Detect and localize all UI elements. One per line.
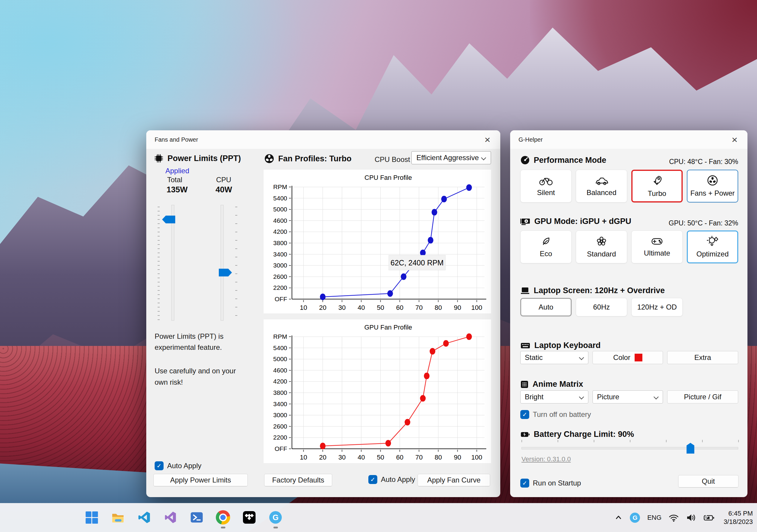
screen-button-auto[interactable]: Auto	[520, 298, 572, 316]
mode-button-balanced[interactable]: Balanced	[576, 170, 627, 203]
cpu-slider-track[interactable]	[221, 205, 224, 321]
anime-mode-select[interactable]: Picture	[592, 390, 663, 404]
laptop-screen-icon	[520, 287, 530, 295]
power-auto-apply-checkbox[interactable]: Auto Apply	[155, 461, 201, 470]
gpu-button-optimized[interactable]: Optimized	[687, 231, 738, 263]
gpu-button-eco[interactable]: Eco	[520, 231, 572, 263]
mode-button-turbo[interactable]: Turbo	[631, 170, 683, 203]
svg-text:5400: 5400	[273, 195, 287, 202]
svg-text:62C, 2400 RPM: 62C, 2400 RPM	[390, 259, 443, 267]
start-button[interactable]	[84, 509, 100, 525]
checkbox-check-icon	[520, 410, 529, 419]
keyboard-extra-button[interactable]: Extra	[667, 351, 738, 364]
battery-slider-ticks	[522, 440, 739, 442]
svg-text:70: 70	[415, 304, 422, 311]
svg-text:50: 50	[377, 454, 384, 461]
taskbar-tidal[interactable]	[241, 509, 257, 525]
anime-picture-gif-button[interactable]: Picture / Gif	[667, 390, 738, 404]
cpu-fan-chart-svg[interactable]: OFF220026003000340038004200460050005400R…	[263, 170, 491, 313]
factory-defaults-button[interactable]: Factory Defaults	[264, 474, 332, 486]
svg-text:4200: 4200	[273, 378, 287, 385]
turn-off-on-battery-checkbox[interactable]: Turn off on battery	[520, 410, 591, 419]
bulb-gear-icon	[707, 236, 718, 247]
screen-button-120hz-od[interactable]: 120Hz + OD	[631, 298, 683, 316]
screen-button-60hz[interactable]: 60Hz	[576, 298, 627, 316]
power-limits-warning: Power Limits (PPT) is experimental featu…	[155, 331, 247, 388]
laptop-keyboard-heading: Laptop Keyboard	[520, 341, 601, 350]
taskbar-ghelper[interactable]: G	[267, 509, 284, 525]
keyboard-icon	[520, 342, 530, 349]
svg-text:90: 90	[454, 304, 461, 311]
gpu-fan-chart-svg[interactable]: OFF220026003000340038004200460050005400R…	[263, 320, 491, 463]
total-slider-ticks	[158, 207, 160, 320]
close-icon[interactable]: ×	[728, 133, 742, 146]
anime-brightness-select[interactable]: Bright	[520, 390, 588, 404]
svg-text:GPU Fan Profile: GPU Fan Profile	[364, 323, 412, 331]
cpu-chip-icon	[154, 154, 164, 163]
gpu-button-standard[interactable]: Standard	[576, 231, 627, 263]
cpu-boost-select[interactable]: Efficient Aggressive	[411, 151, 491, 164]
version-link[interactable]: Version: 0.31.0.0	[522, 455, 571, 463]
apply-power-limits-button[interactable]: Apply Power Limits	[153, 474, 248, 486]
power-limits-heading: Power Limits (PPT)	[154, 154, 241, 163]
svg-text:3400: 3400	[273, 251, 287, 258]
wifi-icon[interactable]	[669, 513, 679, 522]
keyboard-mode-select[interactable]: Static	[520, 351, 588, 364]
run-on-startup-checkbox[interactable]: Run on Startup	[520, 479, 581, 488]
svg-text:4600: 4600	[273, 367, 287, 374]
volume-icon[interactable]	[686, 513, 696, 522]
gpu-button-ultimate[interactable]: Ultimate	[631, 231, 683, 263]
total-slider-thumb[interactable]	[162, 216, 175, 223]
chevron-down-icon	[579, 355, 584, 360]
ghelper-tray-icon[interactable]: G	[630, 513, 640, 523]
fan-icon	[707, 175, 718, 186]
tray-time: 6:45 PM	[724, 509, 753, 518]
chevron-up-icon[interactable]	[614, 514, 623, 522]
taskbar-file-explorer[interactable]	[110, 509, 126, 525]
svg-text:4600: 4600	[273, 217, 287, 224]
checkbox-check-icon	[520, 479, 529, 488]
quit-button[interactable]: Quit	[678, 475, 739, 488]
fan-auto-apply-checkbox[interactable]: Auto Apply	[368, 475, 415, 484]
chevron-down-icon	[579, 395, 584, 399]
applied-status: Applied	[166, 167, 189, 175]
apply-fan-curve-button[interactable]: Apply Fan Curve	[418, 474, 490, 486]
svg-text:2200: 2200	[273, 284, 287, 291]
cpu-slider-thumb[interactable]	[219, 269, 232, 276]
svg-text:2600: 2600	[273, 423, 287, 430]
chevron-down-icon	[654, 395, 658, 399]
taskbar-visual-studio[interactable]	[163, 509, 178, 525]
svg-text:4200: 4200	[273, 228, 287, 235]
cpu-fan-chart[interactable]: OFF220026003000340038004200460050005400R…	[263, 170, 491, 313]
cpu-slider-ticks	[235, 207, 237, 320]
vscode-icon	[137, 511, 151, 524]
battery-slider-track[interactable]	[522, 447, 738, 449]
clock[interactable]: 6:45 PM 3/18/2023	[724, 509, 753, 526]
battery-slider-thumb[interactable]	[686, 443, 694, 454]
windows-logo-icon	[85, 511, 99, 524]
svg-text:30: 30	[338, 454, 346, 461]
language-indicator[interactable]: ENG	[647, 514, 661, 521]
svg-text:2600: 2600	[273, 273, 287, 280]
gpu-buttons-row: Eco Standard Ultimate Optimized	[520, 231, 738, 263]
mode-button-fans-power[interactable]: Fans + Power	[687, 170, 738, 203]
battery-charging-icon[interactable]	[703, 513, 714, 522]
fan-icon	[264, 154, 274, 164]
ghelper-titlebar[interactable]: G-Helper ×	[510, 130, 747, 149]
laptop-screen-heading: Laptop Screen: 120Hz + Overdrive	[520, 286, 665, 295]
leaf-icon	[541, 236, 551, 247]
fans-window-titlebar[interactable]: Fans and Power ×	[146, 130, 500, 149]
close-icon[interactable]: ×	[481, 133, 494, 146]
chrome-icon	[216, 510, 230, 524]
svg-text:3400: 3400	[273, 401, 287, 407]
svg-text:80: 80	[435, 454, 442, 461]
taskbar-powershell[interactable]	[189, 509, 205, 525]
taskbar-vscode[interactable]	[136, 509, 152, 525]
keyboard-color-button[interactable]: Color	[592, 351, 663, 364]
tray-date: 3/18/2023	[724, 518, 753, 526]
mode-button-silent[interactable]: Silent	[520, 170, 572, 203]
gpu-fan-chart[interactable]: OFF220026003000340038004200460050005400R…	[263, 320, 491, 463]
powershell-icon	[190, 511, 203, 524]
svg-text:60: 60	[396, 304, 403, 311]
taskbar-chrome[interactable]	[215, 509, 231, 525]
